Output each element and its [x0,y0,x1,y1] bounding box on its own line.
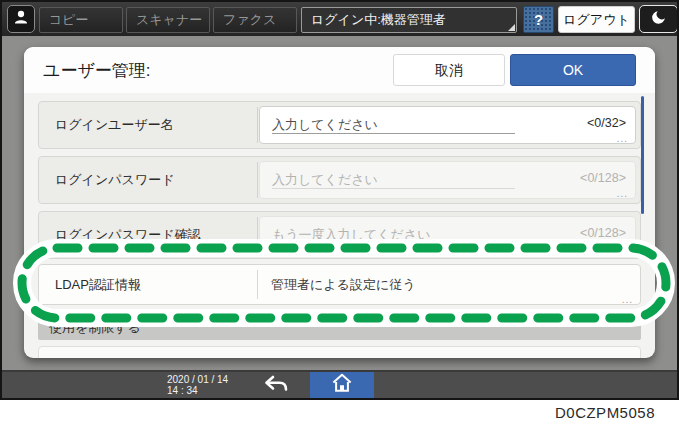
home-button[interactable] [310,372,374,398]
login-password-counter: <0/128> [580,171,626,185]
device-screen: コピー スキャナー ファクス ログイン中:機器管理者 ? ログアウト ユーザー管… [0,0,679,400]
row-ldap-auth-info[interactable]: LDAP認証情報 管理者による設定に従う ... [38,264,641,305]
input-underline [272,243,515,244]
dialog-header: ユーザー管理: 取消 OK [24,47,655,93]
top-bar: コピー スキャナー ファクス ログイン中:機器管理者 ? ログアウト [2,2,677,36]
time-label: 14 : 34 [167,385,228,396]
figure-caption: D0CZPM5058 [555,404,655,421]
user-management-dialog: ユーザー管理: 取消 OK ログインユーザー名 入力してください <0/32> … [24,47,655,358]
more-dots: ... [617,188,628,199]
login-password-confirm-input[interactable]: もう一度入力してください <0/128> [259,216,636,254]
bottom-bar: 2020 / 01 / 14 14 : 34 [2,370,677,398]
partial-row[interactable] [38,346,641,358]
scrollbar[interactable] [641,96,644,214]
tab-copy[interactable]: コピー [39,7,123,33]
login-user-name-label: ログインユーザー名 [55,102,174,148]
column-divider [257,107,258,143]
login-status-label: ログイン中:機器管理者 [311,12,446,27]
ldap-auth-info-value: 管理者による設定に従う [271,265,416,304]
tab-scanner[interactable]: スキャナー [126,7,210,33]
ldap-auth-info-label: LDAP認証情報 [55,265,141,304]
login-user-name-counter: <0/32> [587,116,626,130]
energy-saver-button[interactable] [639,5,678,33]
row-login-password[interactable]: ログインパスワード 入力してください <0/128> ... [38,156,641,204]
home-icon [331,373,353,397]
more-dots: ... [622,294,633,305]
column-divider [257,217,258,253]
back-button[interactable] [248,372,302,398]
more-dots: ... [617,133,628,144]
dialog-title: ユーザー管理: [43,59,151,82]
login-user-name-input[interactable]: 入力してください <0/32> ... [259,106,636,144]
user-account-button[interactable] [7,5,35,33]
column-divider [257,162,258,198]
login-password-placeholder: 入力してください [272,171,378,189]
section-header-restrict-use: 使用を制限する [38,315,641,340]
row-login-user-name[interactable]: ログインユーザー名 入力してください <0/32> ... [38,101,641,149]
help-button[interactable]: ? [523,6,554,33]
login-user-name-placeholder: 入力してください [272,116,378,134]
login-password-confirm-counter: <0/128> [580,226,626,240]
date-label: 2020 / 01 / 14 [167,374,228,385]
ok-button[interactable]: OK [510,54,636,86]
crescent-moon-icon [650,9,667,30]
date-time-display: 2020 / 01 / 14 14 : 34 [167,374,228,396]
login-status-dropdown[interactable]: ログイン中:機器管理者 [301,7,517,33]
login-password-confirm-label: ログインパスワード確認 [55,212,200,258]
login-password-label: ログインパスワード [55,157,174,203]
login-password-confirm-placeholder: もう一度入力してください [272,226,430,244]
dropdown-corner-triangle-icon [508,24,515,31]
person-icon [12,8,30,30]
undo-arrow-icon [261,373,289,398]
tab-fax[interactable]: ファクス [213,7,297,33]
cancel-button[interactable]: 取消 [393,54,505,86]
logout-button[interactable]: ログアウト [558,6,635,33]
input-underline [272,188,515,189]
row-login-password-confirm[interactable]: ログインパスワード確認 もう一度入力してください <0/128> [38,211,641,259]
input-underline [272,133,515,134]
column-divider [257,270,258,299]
login-password-input[interactable]: 入力してください <0/128> ... [259,161,636,199]
